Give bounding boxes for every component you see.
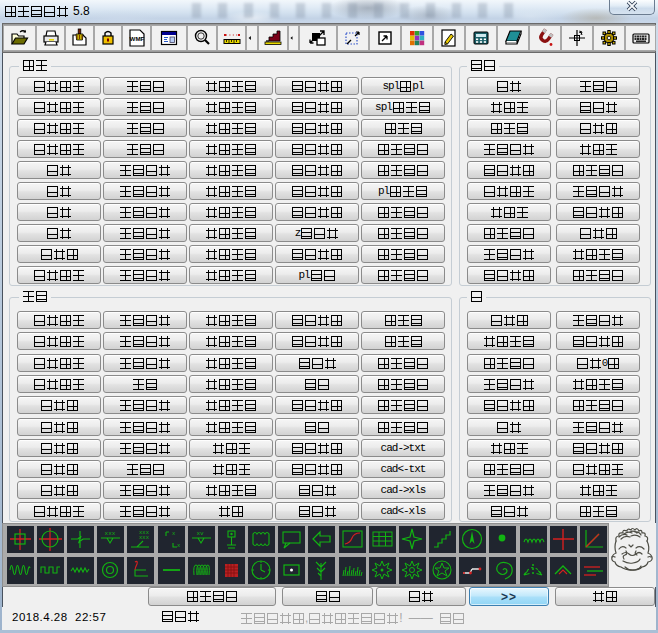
- svg-text:xxx: xxx: [139, 534, 150, 541]
- svg-text:xv: xv: [196, 530, 204, 537]
- svg-text:x: x: [172, 530, 176, 537]
- svg-text:x: x: [177, 542, 181, 549]
- svg-text:xxx: xxx: [105, 530, 116, 537]
- svg-text:WMF: WMF: [129, 35, 144, 42]
